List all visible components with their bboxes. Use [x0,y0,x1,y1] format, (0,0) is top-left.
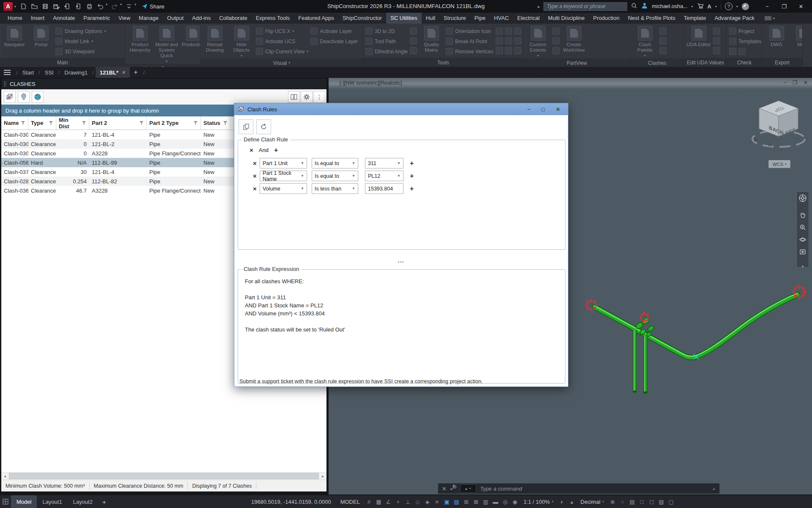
layout-tab-layout2[interactable]: Layout2 [68,495,98,508]
send-to-back-icon[interactable] [505,28,512,35]
ribbon-button-nwc[interactable]: NWC [791,25,803,47]
drawing-tab-start[interactable]: Start [19,69,37,76]
new-drawing-tab-button[interactable]: + [130,69,141,76]
annotate-flag-icon[interactable] [514,28,521,35]
ribbon-button-drawing-options[interactable]: Drawing Options▾ [55,27,106,36]
open-file-icon[interactable] [30,3,38,10]
ribbon-panel-label-tools[interactable]: Tools [363,58,523,67]
layout-quick-icon[interactable] [0,499,11,505]
clash-rules-icon[interactable] [4,91,16,103]
ribbon-panel-label-visual[interactable]: Visual▾ [200,58,363,67]
ribbon-button-tool-path[interactable]: Tool Path [365,37,408,46]
wcs-dropdown[interactable]: WCS▾ [768,160,790,168]
ribbon-panel-label-export[interactable]: Export [762,58,802,67]
remove-rule-button[interactable]: × [253,186,260,192]
ribbon-button-templates[interactable]: Templates [729,37,762,46]
isolate-objects-icon[interactable]: ◻ [647,499,656,505]
search-collapse-icon[interactable]: ▸ [538,4,540,9]
redo-caret-icon[interactable]: ▾ [120,3,122,10]
redo-icon[interactable] [110,3,118,10]
column-header-part-2[interactable]: Part 2 [89,116,147,130]
undo-icon[interactable] [96,3,104,10]
ribbon-tab-production[interactable]: Production [589,13,624,24]
dialog-titlebar[interactable]: Clash Rules − □ ✕ [234,103,568,115]
help-icon[interactable]: ? [725,3,732,10]
clash-marker-left[interactable] [585,299,598,312]
inspect-zoom-icon[interactable] [514,37,521,44]
dialog-minimize-button[interactable]: − [527,106,531,113]
ribbon-button-project[interactable]: Project [729,27,762,36]
ribbon-button-production[interactable]: Production [181,25,200,47]
rule-operator-select[interactable]: Is less than▼ [312,183,358,194]
ribbon-tab-add-ins[interactable]: Add-ins [188,13,215,24]
ribbon-button-navigator[interactable]: Navigator [2,25,27,47]
user-menu-caret-icon[interactable]: ▾ [691,5,693,8]
clean-screen-icon[interactable]: ▢ [666,499,676,505]
copy-rule-icon[interactable] [239,119,253,134]
column-header-name[interactable]: Name [1,116,28,130]
autodesk-menu-caret-icon[interactable]: ▾ [715,5,717,8]
command-line[interactable]: ✕ ▸▾ Type a command ▲ [438,483,720,494]
showmotion-icon[interactable] [799,248,806,257]
clash-report-icon[interactable] [659,47,667,54]
notification-bubble-icon[interactable] [742,3,749,10]
clashes-panel-titlebar[interactable]: CLASHES [1,78,326,89]
vertex-dots-icon[interactable] [496,47,503,54]
rule-operator-select[interactable]: Is equal to▼ [312,158,358,168]
grid-icon[interactable]: # [364,499,374,505]
dynamic-input-icon[interactable]: + [393,499,403,505]
ribbon-panel-label-edit-uda-values[interactable]: Edit UDA Values [684,58,727,67]
undo-caret-icon[interactable]: ▾ [106,3,107,10]
workspace-switching-icon[interactable]: ⊕ [608,499,617,505]
ribbon-tab-advantage-pack[interactable]: Advantage Pack [710,13,759,24]
help-menu-caret-icon[interactable]: ▾ [736,5,738,8]
signed-in-user[interactable]: michael.osha... [652,3,687,9]
navbar-more-icon[interactable]: ▾ [802,265,804,268]
clash-globe-icon[interactable] [32,91,44,103]
scroll-left-icon[interactable]: ◂ [1,472,8,480]
ribbon-tab-structure[interactable]: Structure [439,13,470,24]
columns-layout-icon[interactable] [288,91,300,103]
add-rule-button[interactable]: + [410,186,414,192]
ribbon-tab-sc-utilities[interactable]: SC Utilities [386,13,422,24]
pipe-joint-icon[interactable] [410,47,417,54]
scrollbar-thumb[interactable] [9,473,319,479]
ribbon-button-3d-to-2d[interactable]: 3D to 2D [365,27,408,36]
selection-filter-icon[interactable]: ◎ [500,499,510,505]
minimize-button[interactable]: − [759,0,776,13]
ribbon-button-portal[interactable]: Portal [29,25,53,47]
ribbon-button-dwg[interactable]: DWG [764,25,789,47]
ribbon-tab-collaborate[interactable]: Collaborate [215,13,252,24]
restore-button[interactable]: ❐ [776,0,793,13]
command-close-icon[interactable]: ✕ [442,486,447,492]
ribbon-button-hide-objects[interactable]: Hide Objects▾ [229,25,254,58]
add-rule-button[interactable]: + [410,160,414,166]
viewcube[interactable]: BACK LEFT TOP W N [741,91,812,159]
partview-filter-icon[interactable] [552,47,560,54]
ribbon-button-reload-drawing[interactable]: Reload Drawing [203,25,227,53]
ribbon-button-custom-extents[interactable]: Custom Extents▾ [526,25,550,58]
uda-tools-icon[interactable] [713,47,720,54]
ribbon-button-dihedral-angle[interactable]: Dihedral Angle [365,47,408,56]
check-filter-icon[interactable] [738,48,746,55]
lock-ui-icon[interactable]: □ [637,499,647,505]
add-logic-group-button[interactable]: + [274,147,278,153]
horizontal-scrollbar[interactable]: ◂ ▸ [1,472,326,480]
ribbon-tab-hvac[interactable]: HVAC [490,13,513,24]
upload-transfer-icon[interactable] [63,3,71,10]
ribbon-button-uda-editor[interactable]: UDA Editor [686,25,711,47]
gizmo-icon[interactable]: ◉ [510,499,520,505]
ribbon-tab-pipe[interactable]: Pipe [470,13,490,24]
download-transfer-icon[interactable] [74,3,82,10]
refresh-partview-icon[interactable] [552,28,560,35]
dialog-splitter-handle[interactable]: ••• [234,260,568,264]
polyline-edit-icon[interactable] [496,28,503,35]
rule-value-input[interactable]: 15393.804 [365,183,403,194]
logic-operator-label[interactable]: And [259,147,269,153]
add-rule-button[interactable]: + [410,173,414,179]
remove-logic-group-button[interactable]: × [250,147,253,153]
ribbon-button-activate-layer[interactable]: Activate Layer [310,27,358,36]
model-space-toggle[interactable]: MODEL [336,499,364,505]
clash-marker-right[interactable] [792,285,807,299]
column-header-part-2-type[interactable]: Part 2 Type [147,116,201,130]
